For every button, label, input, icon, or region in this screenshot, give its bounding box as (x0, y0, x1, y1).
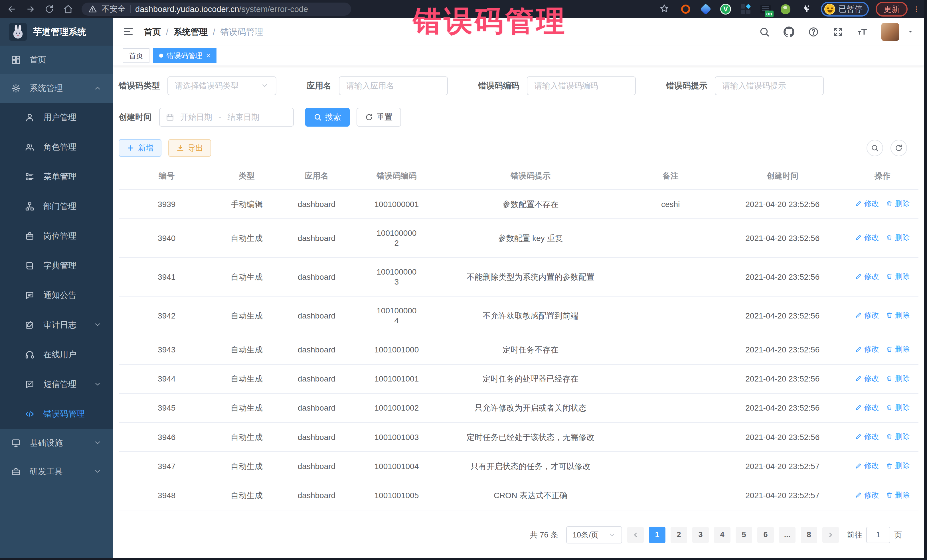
help-icon[interactable] (808, 26, 819, 38)
edit-link[interactable]: 修改 (855, 344, 879, 354)
gear-icon (11, 83, 21, 94)
sidebar-item-基础设施[interactable]: 基础设施 (0, 429, 113, 457)
column-header: 创建时间 (719, 162, 846, 190)
delete-link[interactable]: 删除 (886, 490, 910, 500)
sidebar-item-系统管理[interactable]: 系统管理 (0, 74, 113, 103)
reset-button[interactable]: 重置 (357, 108, 401, 127)
sidebar-item-岗位管理[interactable]: 岗位管理 (0, 221, 113, 251)
refresh-table-button[interactable] (891, 140, 907, 156)
cell-remark (622, 481, 718, 510)
sidebar-item-用户管理[interactable]: 用户管理 (0, 103, 113, 132)
edit-link[interactable]: 修改 (855, 461, 879, 470)
cell-actions: 修改删除 (846, 258, 918, 296)
cell-tip: 定时任务已经处于该状态，无需修改 (439, 423, 623, 452)
extension-green-v-icon[interactable]: V (719, 3, 732, 15)
browser-reload-icon[interactable] (44, 4, 55, 15)
extension-grid-icon[interactable] (739, 3, 752, 15)
toggle-search-button[interactable] (866, 140, 883, 156)
delete-link[interactable]: 删除 (886, 344, 910, 354)
cell-type: 自动生成 (214, 335, 278, 364)
browser-home-icon[interactable] (63, 4, 74, 15)
extension-spy-icon[interactable] (779, 3, 792, 15)
delete-link[interactable]: 删除 (886, 233, 910, 242)
sidebar-item-短信管理[interactable]: 短信管理 (0, 370, 113, 399)
fullscreen-icon[interactable] (832, 26, 844, 38)
font-size-icon[interactable] (857, 26, 868, 38)
role-icon (24, 142, 35, 152)
sidebar-item-角色管理[interactable]: 角色管理 (0, 132, 113, 162)
browser-back-icon[interactable] (6, 4, 17, 15)
page-button-6[interactable]: 6 (757, 527, 774, 543)
delete-link[interactable]: 删除 (886, 272, 910, 281)
extension-vue-devtools-icon[interactable] (699, 3, 712, 15)
edit-link[interactable]: 修改 (855, 311, 879, 320)
page-button-5[interactable]: 5 (736, 527, 752, 543)
extension-paused-badge[interactable]: 已暂停 (821, 2, 869, 17)
delete-link[interactable]: 删除 (886, 403, 910, 412)
page-size-select[interactable]: 10条/页 (566, 527, 622, 543)
search-button[interactable]: 搜索 (305, 108, 350, 127)
sidebar-item-审计日志[interactable]: 审计日志 (0, 310, 113, 340)
user-avatar[interactable] (881, 23, 899, 41)
table-row: 3946自动生成dashboard1001001003定时任务已经处于该状态，无… (119, 423, 918, 452)
edit-link[interactable]: 修改 (855, 432, 879, 442)
extension-switch-on-icon[interactable]: on (759, 3, 772, 15)
delete-link[interactable]: 删除 (886, 461, 910, 470)
more-pages-button[interactable]: ... (779, 527, 795, 543)
edit-link[interactable]: 修改 (855, 233, 879, 242)
tab-close-icon[interactable]: × (206, 52, 210, 59)
delete-link[interactable]: 删除 (886, 374, 910, 383)
page-url: dashboard.yudao.iocoder.cn/system/error-… (135, 5, 308, 14)
app-name-input[interactable]: 请输入应用名 (339, 76, 448, 95)
github-icon[interactable] (783, 26, 795, 38)
breadcrumb-home[interactable]: 首页 (144, 26, 161, 38)
tab-error-code[interactable]: 错误码管理 × (153, 48, 216, 63)
error-code-input[interactable]: 请输入错误码编码 (527, 76, 636, 95)
edit-link[interactable]: 修改 (855, 490, 879, 500)
extension-orange-ring-icon[interactable] (679, 3, 692, 15)
next-page-button[interactable] (822, 527, 839, 543)
sidebar-item-研发工具[interactable]: 研发工具 (0, 457, 113, 486)
emoji-face-icon (824, 4, 835, 15)
sidebar-item-在线用户[interactable]: 在线用户 (0, 340, 113, 370)
error-tip-input[interactable]: 请输入错误码提示 (715, 76, 824, 95)
bookmark-star-icon[interactable] (660, 4, 670, 15)
delete-link[interactable]: 删除 (886, 432, 910, 442)
edit-link[interactable]: 修改 (855, 199, 879, 208)
date-range-picker[interactable]: 开始日期 - 结束日期 (159, 108, 294, 127)
browser-update-button[interactable]: 更新 (876, 2, 907, 17)
logo-image (9, 23, 27, 41)
hamburger-icon[interactable] (123, 26, 135, 38)
header-search-icon[interactable] (759, 26, 770, 38)
edit-link[interactable]: 修改 (855, 403, 879, 412)
app-logo-row[interactable]: 芋道管理系统 (0, 18, 113, 46)
prev-page-button[interactable] (627, 527, 644, 543)
sidebar-item-首页[interactable]: 首页 (0, 46, 113, 74)
page-button-8[interactable]: 8 (801, 527, 817, 543)
browser-menu-kebab-icon[interactable] (912, 3, 921, 15)
address-bar[interactable]: 不安全 dashboard.yudao.iocoder.cn/system/er… (82, 3, 351, 16)
error-type-select[interactable]: 请选择错误码类型 (167, 76, 277, 95)
edit-link[interactable]: 修改 (855, 374, 879, 383)
page-button-2[interactable]: 2 (670, 527, 687, 543)
add-button[interactable]: 新增 (119, 139, 161, 157)
sidebar-item-通知公告[interactable]: 通知公告 (0, 281, 113, 310)
edit-link[interactable]: 修改 (855, 272, 879, 281)
sidebar-item-菜单管理[interactable]: 菜单管理 (0, 162, 113, 191)
sidebar-item-字典管理[interactable]: 字典管理 (0, 251, 113, 281)
page-button-3[interactable]: 3 (692, 527, 709, 543)
avatar-caret-down-icon[interactable] (907, 28, 915, 36)
page-button-1[interactable]: 1 (649, 527, 666, 543)
tab-home[interactable]: 首页 (123, 48, 149, 63)
browser-forward-icon[interactable] (25, 4, 36, 15)
delete-link[interactable]: 删除 (886, 311, 910, 320)
export-button[interactable]: 导出 (168, 139, 211, 157)
sidebar-item-错误码管理[interactable]: 错误码管理 (0, 399, 113, 429)
breadcrumb-system[interactable]: 系统管理 (173, 26, 208, 38)
url-divider (130, 5, 131, 13)
sidebar-item-部门管理[interactable]: 部门管理 (0, 191, 113, 221)
extensions-puzzle-icon[interactable] (799, 3, 812, 15)
jump-page-input[interactable]: 1 (866, 527, 890, 543)
page-button-4[interactable]: 4 (714, 527, 731, 543)
delete-link[interactable]: 删除 (886, 199, 910, 208)
